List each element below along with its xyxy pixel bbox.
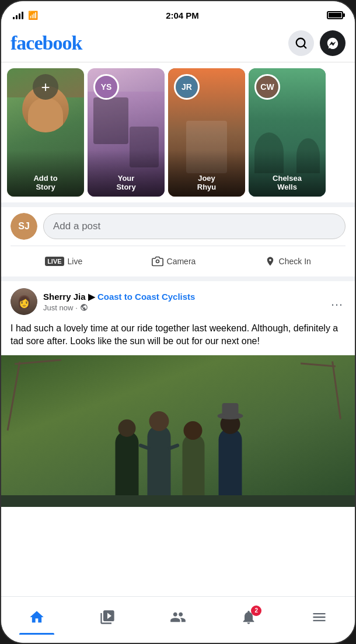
checkin-button[interactable]: Check In bbox=[259, 252, 317, 271]
joey-rhyu-label: JoeyRhyu bbox=[168, 174, 245, 192]
post-image bbox=[1, 355, 355, 507]
add-post-placeholder: Add a post bbox=[53, 220, 100, 232]
composer-row: SJ Add a post bbox=[11, 213, 345, 240]
post-meta: Sherry Jia ▶ Coast to Coast Cyclists Jus… bbox=[43, 292, 322, 312]
menu-icon bbox=[311, 609, 327, 625]
nav-notifications[interactable]: 2 bbox=[231, 604, 266, 630]
joey-rhyu-story-card[interactable]: JR JoeyRhyu bbox=[168, 68, 245, 197]
add-story-plus[interactable]: + bbox=[33, 74, 58, 100]
post-group[interactable]: Coast to Coast Cyclists bbox=[97, 292, 196, 302]
nav-menu[interactable] bbox=[302, 604, 337, 630]
post-time-row: Just now · bbox=[43, 303, 322, 312]
composer-avatar: SJ bbox=[11, 213, 37, 240]
post-separator: ▶ bbox=[88, 292, 97, 302]
status-bar: 📶 2:04 PM bbox=[1, 1, 355, 27]
post-text: I had such a lovely time at our ride tog… bbox=[1, 322, 355, 355]
search-button[interactable] bbox=[288, 30, 314, 56]
add-post-input[interactable]: Add a post bbox=[43, 214, 345, 239]
your-story-label: YourStory bbox=[88, 174, 165, 192]
live-label: Live bbox=[68, 257, 83, 266]
status-left: 📶 bbox=[13, 10, 38, 20]
chelsea-wells-avatar: CW bbox=[254, 74, 280, 100]
post-composer: SJ Add a post LIVE Live Camera bbox=[1, 207, 355, 281]
live-badge: LIVE bbox=[45, 257, 64, 266]
post-card: 👩 Sherry Jia ▶ Coast to Coast Cyclists J… bbox=[1, 281, 355, 507]
status-time: 2:04 PM bbox=[166, 10, 199, 20]
your-story-avatar: YS bbox=[93, 74, 119, 100]
post-time-separator: · bbox=[75, 303, 78, 312]
chelsea-wells-story-card[interactable]: CW ChelseaWells bbox=[249, 68, 326, 197]
video-icon bbox=[99, 609, 116, 625]
post-header: 👩 Sherry Jia ▶ Coast to Coast Cyclists J… bbox=[1, 281, 355, 322]
phone-frame: 📶 2:04 PM facebook bbox=[0, 0, 356, 644]
battery-icon bbox=[327, 11, 343, 19]
home-icon bbox=[29, 609, 45, 625]
signal-icon bbox=[13, 11, 23, 19]
nav-home[interactable] bbox=[19, 604, 54, 630]
notification-badge: 2 bbox=[251, 606, 261, 616]
globe-icon bbox=[80, 303, 88, 312]
post-author-avatar[interactable]: 👩 bbox=[11, 288, 37, 315]
nav-video[interactable] bbox=[90, 604, 125, 630]
post-author-name: Sherry Jia ▶ Coast to Coast Cyclists bbox=[43, 292, 322, 302]
joey-rhyu-avatar: JR bbox=[174, 74, 200, 100]
add-story-card[interactable]: + Add toStory bbox=[7, 68, 84, 197]
chelsea-wells-label: ChelseaWells bbox=[249, 174, 326, 192]
svg-line-1 bbox=[303, 46, 306, 48]
camera-button[interactable]: Camera bbox=[146, 252, 202, 271]
your-story-card[interactable]: YS YourStory bbox=[88, 68, 165, 197]
bottom-nav: 2 bbox=[1, 596, 355, 643]
app-header: facebook bbox=[1, 27, 355, 62]
post-options-button[interactable]: … bbox=[328, 292, 345, 312]
composer-actions: LIVE Live Camera Check In bbox=[11, 246, 345, 271]
camera-icon bbox=[152, 256, 163, 267]
header-icons bbox=[288, 30, 345, 56]
checkin-label: Check In bbox=[279, 257, 311, 266]
camera-label: Camera bbox=[167, 257, 196, 266]
stories-section: + Add toStory YS YourStory JR JoeyRh bbox=[1, 62, 355, 207]
add-story-label: Add toStory bbox=[7, 174, 84, 192]
wifi-icon: 📶 bbox=[28, 10, 38, 20]
messenger-button[interactable] bbox=[320, 30, 345, 56]
post-time: Just now bbox=[43, 303, 73, 312]
svg-point-2 bbox=[156, 260, 159, 263]
people-icon bbox=[170, 609, 186, 625]
nav-people[interactable] bbox=[160, 604, 196, 630]
location-icon bbox=[265, 256, 275, 267]
live-button[interactable]: LIVE Live bbox=[39, 252, 88, 271]
facebook-logo: facebook bbox=[11, 32, 82, 54]
